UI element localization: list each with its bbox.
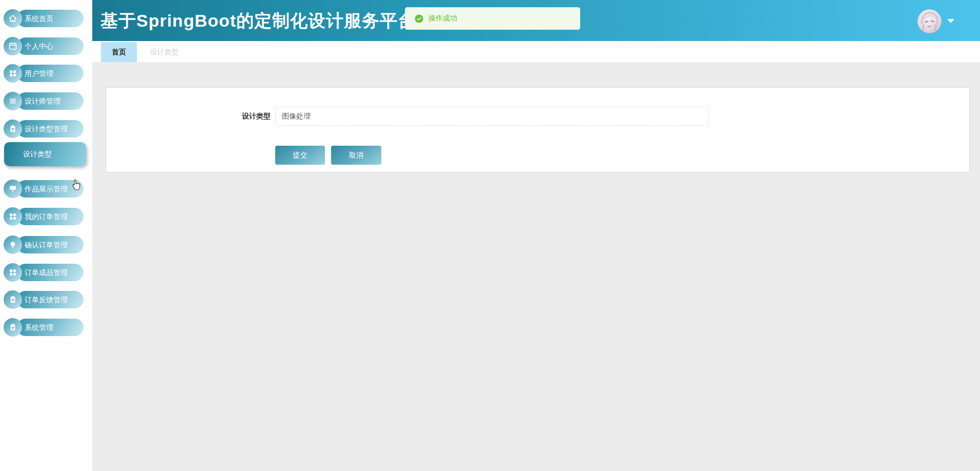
sidebar-item-label: 系统管理 xyxy=(17,319,84,336)
clipboard-lines-icon xyxy=(4,290,22,309)
sidebar-item-label: 订单成品管理 xyxy=(17,264,84,281)
design-type-label: 设计类型 xyxy=(106,107,271,126)
toast-message: 操作成功 xyxy=(428,14,457,23)
sidebar-item-order-product-management[interactable]: 订单成品管理 xyxy=(0,263,92,282)
form-card: 设计类型 图像处理 提交 取消 xyxy=(106,87,970,172)
sidebar-item-system-management[interactable]: 系统管理 xyxy=(0,318,92,337)
grid-icon xyxy=(4,263,22,282)
design-type-input[interactable]: 图像处理 xyxy=(275,107,709,126)
sidebar-item-label: 个人中心 xyxy=(17,37,84,55)
sidebar-item-label: 作品展示管理 xyxy=(17,180,84,198)
sidebar-item-designer-management[interactable]: 设计师管理 xyxy=(0,92,92,110)
sidebar-item-confirm-orders-management[interactable]: 确认订单管理 xyxy=(0,235,92,254)
home-icon xyxy=(4,9,22,28)
sidebar-item-label: 订单反馈管理 xyxy=(17,291,84,308)
tab-bar: 首页 设计类型 xyxy=(92,41,980,62)
success-check-icon xyxy=(415,14,423,23)
success-toast: 操作成功 xyxy=(405,7,580,30)
sidebar-item-label: 用户管理 xyxy=(17,65,84,82)
grid-icon xyxy=(4,207,22,226)
sidebar-item-label: 我的订单管理 xyxy=(17,208,84,225)
sidebar-item-order-feedback-management[interactable]: 订单反馈管理 xyxy=(0,290,92,309)
sidebar-subitem-design-type[interactable]: 设计类型 xyxy=(4,142,86,166)
chevron-down-icon[interactable] xyxy=(947,19,954,23)
tab-design-type[interactable]: 设计类型 xyxy=(139,42,189,62)
sidebar-item-label: 设计师管理 xyxy=(17,92,84,110)
grid-icon xyxy=(4,64,22,83)
clipboard-check-icon xyxy=(4,318,22,337)
user-avatar[interactable] xyxy=(917,9,942,33)
submit-button[interactable]: 提交 xyxy=(275,146,325,165)
header: 基于SpringBoot的定制化设计服务平台 操作成功 xyxy=(92,0,980,41)
menu-lines-icon xyxy=(4,92,22,110)
sidebar-item-label: 确认订单管理 xyxy=(17,236,84,253)
calendar-icon xyxy=(4,37,22,55)
sidebar-item-my-orders-management[interactable]: 我的订单管理 xyxy=(0,207,92,226)
page-title: 基于SpringBoot的定制化设计服务平台 xyxy=(100,0,416,41)
form-actions: 提交 取消 xyxy=(275,146,381,165)
sidebar-item-works-display-management[interactable]: 作品展示管理 xyxy=(0,180,92,198)
bulb-icon xyxy=(4,235,22,254)
sidebar-item-design-type-management[interactable]: 设计类型管理 xyxy=(0,120,92,138)
app-window: 系统首页 个人中心 用户管理 设计师管理 xyxy=(0,0,980,471)
sidebar-item-user-management[interactable]: 用户管理 xyxy=(0,64,92,83)
sidebar-item-personal-center[interactable]: 个人中心 xyxy=(0,37,92,55)
sidebar-item-label: 设计类型管理 xyxy=(17,120,84,138)
tab-home[interactable]: 首页 xyxy=(101,42,137,62)
sidebar-item-system-home[interactable]: 系统首页 xyxy=(0,9,92,28)
display-icon xyxy=(4,180,22,198)
sidebar: 系统首页 个人中心 用户管理 设计师管理 xyxy=(0,0,92,471)
sidebar-item-label: 系统首页 xyxy=(17,10,84,27)
content-area: 设计类型 图像处理 提交 取消 xyxy=(92,62,980,471)
clipboard-x-icon xyxy=(4,120,22,138)
cancel-button[interactable]: 取消 xyxy=(331,146,381,165)
